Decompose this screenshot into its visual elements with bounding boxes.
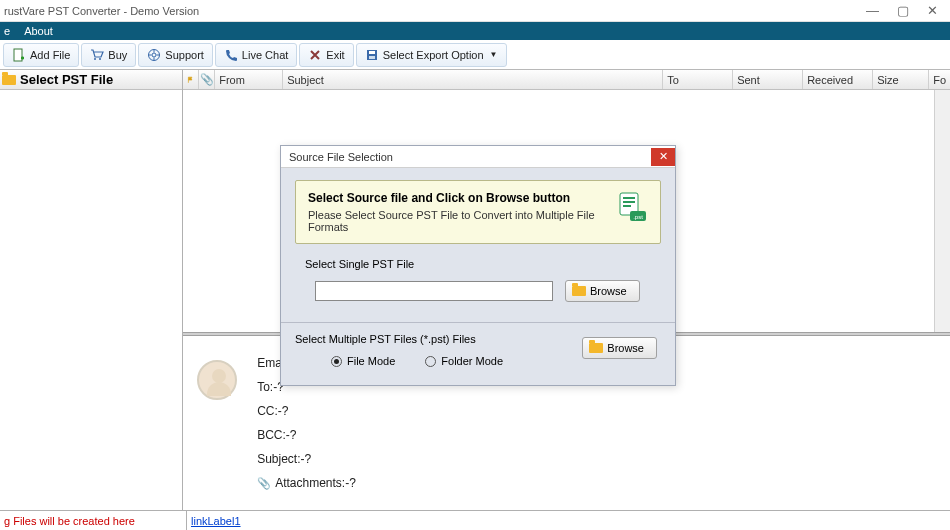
- browse-single-button[interactable]: Browse: [565, 280, 640, 302]
- col-attachment-icon[interactable]: 📎: [199, 70, 215, 89]
- add-file-label: Add File: [30, 49, 70, 61]
- col-folder[interactable]: Fo: [929, 70, 950, 89]
- live-chat-button[interactable]: Live Chat: [215, 43, 297, 67]
- buy-label: Buy: [108, 49, 127, 61]
- svg-text:.pst: .pst: [633, 214, 643, 220]
- col-to[interactable]: To: [663, 70, 733, 89]
- source-file-dialog: Source File Selection ✕ Select Source fi…: [280, 145, 676, 386]
- maximize-button[interactable]: ▢: [897, 3, 909, 18]
- titlebar: rustVare PST Converter - Demo Version — …: [0, 0, 950, 22]
- avatar: [197, 360, 237, 400]
- col-sent[interactable]: Sent: [733, 70, 803, 89]
- browse-multi-label: Browse: [607, 342, 644, 354]
- save-icon: [365, 48, 379, 62]
- single-file-row: Browse: [315, 280, 661, 302]
- detail-attachments: 📎 Attachments:-?: [257, 476, 356, 490]
- file-mode-radio[interactable]: File Mode: [331, 355, 395, 367]
- left-pane-header: Select PST File: [0, 70, 182, 90]
- info-text: Select Source file and Click on Browse b…: [308, 191, 606, 233]
- exit-label: Exit: [326, 49, 344, 61]
- divider: [281, 322, 675, 323]
- detail-bcc: BCC:-?: [257, 428, 356, 442]
- attachment-icon: 📎: [257, 477, 271, 490]
- folder-mode-radio[interactable]: Folder Mode: [425, 355, 503, 367]
- vertical-scrollbar[interactable]: [934, 90, 950, 332]
- statusbar: g Files will be created here linkLabel1: [0, 510, 950, 530]
- radio-icon: [425, 356, 436, 367]
- export-option-button[interactable]: Select Export Option ▼: [356, 43, 507, 67]
- info-sub: Please Select Source PST File to Convert…: [308, 209, 606, 233]
- mode-radio-group: File Mode Folder Mode: [331, 355, 503, 367]
- svg-rect-7: [369, 56, 375, 59]
- col-subject[interactable]: Subject: [283, 70, 663, 89]
- grid-header: 📎 From Subject To Sent Received Size Fo: [183, 70, 950, 90]
- info-heading: Select Source file and Click on Browse b…: [308, 191, 606, 205]
- folder-mode-label: Folder Mode: [441, 355, 503, 367]
- col-size[interactable]: Size: [873, 70, 929, 89]
- live-chat-label: Live Chat: [242, 49, 288, 61]
- single-file-label: Select Single PST File: [305, 258, 661, 270]
- file-mode-label: File Mode: [347, 355, 395, 367]
- dialog-titlebar[interactable]: Source File Selection ✕: [281, 146, 675, 168]
- window-title: rustVare PST Converter - Demo Version: [4, 5, 866, 17]
- svg-point-1: [94, 58, 96, 60]
- dialog-title: Source File Selection: [289, 151, 393, 163]
- close-window-button[interactable]: ✕: [927, 3, 938, 18]
- browse-multi-button[interactable]: Browse: [582, 337, 657, 359]
- svg-point-4: [152, 53, 156, 57]
- add-file-icon: [12, 48, 26, 62]
- window-controls: — ▢ ✕: [866, 3, 946, 18]
- svg-rect-10: [623, 201, 635, 203]
- info-box: Select Source file and Click on Browse b…: [295, 180, 661, 244]
- exit-button[interactable]: Exit: [299, 43, 353, 67]
- svg-rect-6: [369, 51, 375, 54]
- buy-button[interactable]: Buy: [81, 43, 136, 67]
- single-file-input[interactable]: [315, 281, 553, 301]
- phone-icon: [224, 48, 238, 62]
- support-icon: [147, 48, 161, 62]
- minimize-button[interactable]: —: [866, 3, 879, 18]
- svg-point-2: [99, 58, 101, 60]
- chevron-down-icon: ▼: [490, 50, 498, 59]
- svg-rect-9: [623, 197, 635, 199]
- menubar: e About: [0, 22, 950, 40]
- add-file-button[interactable]: Add File: [3, 43, 79, 67]
- svg-rect-11: [623, 205, 631, 207]
- dialog-body: Select Source file and Click on Browse b…: [281, 168, 675, 385]
- browse-single-label: Browse: [590, 285, 627, 297]
- detail-attachments-label: Attachments:-?: [275, 476, 356, 490]
- svg-rect-0: [14, 49, 22, 61]
- left-pane-title: Select PST File: [20, 72, 113, 87]
- folder-icon: [589, 343, 603, 353]
- detail-subject: Subject:-?: [257, 452, 356, 466]
- folder-icon: [572, 286, 586, 296]
- menu-about[interactable]: About: [24, 25, 53, 37]
- col-from[interactable]: From: [215, 70, 283, 89]
- detail-cc: CC:-?: [257, 404, 356, 418]
- toolbar: Add File Buy Support Live Chat Exit Sele…: [0, 40, 950, 70]
- status-link[interactable]: linkLabel1: [186, 511, 245, 530]
- cart-icon: [90, 48, 104, 62]
- multi-file-label: Select Multiple PST Files (*.pst) Files: [295, 333, 503, 345]
- pst-file-icon: .pst: [616, 191, 648, 223]
- folder-icon: [2, 75, 16, 85]
- col-flag-icon[interactable]: [183, 70, 199, 89]
- exit-icon: [308, 48, 322, 62]
- multi-file-row: Select Multiple PST Files (*.pst) Files …: [295, 333, 657, 367]
- support-label: Support: [165, 49, 204, 61]
- status-log: g Files will be created here: [0, 515, 186, 527]
- menu-file[interactable]: e: [4, 25, 10, 37]
- col-received[interactable]: Received: [803, 70, 873, 89]
- support-button[interactable]: Support: [138, 43, 213, 67]
- dialog-close-button[interactable]: ✕: [651, 148, 675, 166]
- radio-icon: [331, 356, 342, 367]
- left-pane: Select PST File: [0, 70, 183, 510]
- export-label: Select Export Option: [383, 49, 484, 61]
